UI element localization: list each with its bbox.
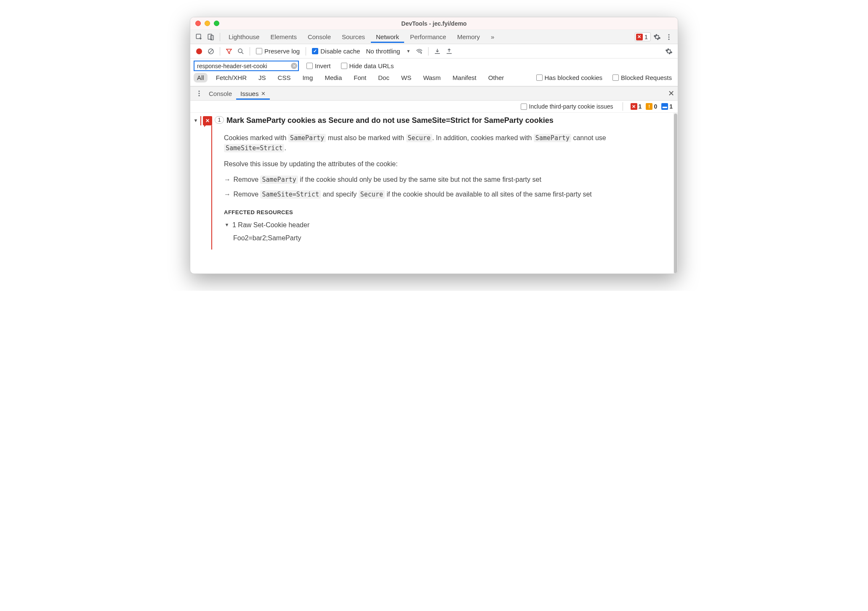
- code-samesite-strict: SameSite=Strict: [260, 190, 320, 199]
- error-count: 1: [644, 33, 648, 40]
- tab-console[interactable]: Console: [303, 31, 336, 43]
- clear-icon[interactable]: [205, 46, 216, 57]
- code-sameparty: SameParty: [288, 134, 326, 142]
- separator: [306, 47, 306, 56]
- type-wasm[interactable]: Wasm: [420, 73, 444, 82]
- record-icon: [196, 48, 202, 54]
- type-font[interactable]: Font: [350, 73, 370, 82]
- issue-info-count[interactable]: ▬1: [660, 103, 674, 110]
- chevron-down-icon[interactable]: ▼: [193, 118, 199, 123]
- tabs-overflow-button[interactable]: »: [486, 31, 499, 43]
- svg-point-14: [199, 93, 200, 94]
- tab-sources[interactable]: Sources: [337, 31, 370, 43]
- raw-set-cookie-label: 1 Raw Set-Cookie header: [232, 220, 309, 230]
- scrollbar-thumb[interactable]: [674, 114, 677, 274]
- invert-label: Invert: [315, 62, 331, 69]
- blocked-requests-label: Blocked Requests: [621, 74, 672, 81]
- type-img[interactable]: Img: [299, 73, 316, 82]
- network-conditions-icon[interactable]: [414, 46, 425, 57]
- svg-point-15: [199, 95, 200, 96]
- preserve-log-label: Preserve log: [264, 48, 300, 55]
- checkbox-icon: [306, 63, 313, 69]
- svg-point-5: [668, 38, 670, 40]
- code-sameparty: SameParty: [260, 175, 298, 184]
- checkbox-icon: [341, 63, 347, 69]
- svg-rect-1: [208, 34, 212, 39]
- type-other[interactable]: Other: [485, 73, 508, 82]
- separator: [428, 47, 429, 56]
- filter-icon[interactable]: [224, 46, 234, 57]
- svg-rect-11: [435, 53, 440, 54]
- svg-line-9: [242, 52, 243, 54]
- code-samesite-strict: SameSite=Strict: [224, 144, 284, 152]
- drawer-close-icon[interactable]: ✕: [668, 89, 674, 98]
- disable-cache-label: Disable cache: [320, 48, 360, 55]
- drawer-tab-issues[interactable]: Issues ✕: [236, 88, 270, 100]
- invert-checkbox[interactable]: Invert: [304, 62, 333, 69]
- chevron-down-icon: ▼: [406, 49, 410, 53]
- separator: [250, 47, 250, 56]
- export-har-icon[interactable]: [444, 46, 455, 57]
- drawer-tab-issues-label: Issues: [240, 90, 258, 97]
- type-css[interactable]: CSS: [274, 73, 294, 82]
- type-doc[interactable]: Doc: [375, 73, 393, 82]
- svg-point-3: [668, 34, 670, 35]
- blocked-requests-checkbox[interactable]: Blocked Requests: [610, 74, 674, 81]
- tab-lighthouse[interactable]: Lighthouse: [224, 31, 264, 43]
- devtools-window: DevTools - jec.fyi/demo Lighthouse Eleme…: [190, 17, 678, 274]
- has-blocked-cookies-checkbox[interactable]: Has blocked cookies: [534, 74, 605, 81]
- checkbox-icon: [612, 74, 619, 81]
- tab-performance[interactable]: Performance: [405, 31, 451, 43]
- tab-memory[interactable]: Memory: [452, 31, 485, 43]
- issue-title[interactable]: Mark SameParty cookies as Secure and do …: [226, 116, 554, 125]
- drawer-tabs: Console Issues ✕ ✕: [190, 86, 678, 101]
- error-icon: ✕: [631, 103, 637, 110]
- throttling-select[interactable]: No throttling ▼: [363, 48, 413, 55]
- close-icon[interactable]: ✕: [261, 90, 266, 97]
- hide-data-urls-checkbox[interactable]: Hide data URLs: [338, 62, 397, 69]
- svg-point-4: [668, 36, 670, 37]
- filter-row: ✕ Invert Hide data URLs All Fetch/XHR JS…: [190, 58, 678, 86]
- scrollbar[interactable]: [674, 113, 678, 274]
- throttling-value: No throttling: [366, 48, 400, 55]
- errors-badge[interactable]: ✕ 1: [635, 32, 651, 41]
- info-icon: ▬: [661, 103, 668, 110]
- filter-input[interactable]: [194, 61, 299, 71]
- issue-count-badge: 1: [215, 116, 224, 124]
- svg-point-13: [199, 90, 200, 92]
- issues-toolbar: Include third-party cookie issues ✕1 !0 …: [190, 101, 678, 113]
- raw-set-cookie-toggle[interactable]: ▼ 1 Raw Set-Cookie header: [224, 220, 663, 230]
- type-fetch-xhr[interactable]: Fetch/XHR: [213, 73, 250, 82]
- network-toolbar: Preserve log Disable cache No throttling…: [190, 44, 678, 58]
- import-har-icon[interactable]: [432, 46, 443, 57]
- drawer-tab-console[interactable]: Console: [205, 88, 236, 100]
- tab-elements[interactable]: Elements: [265, 31, 302, 43]
- drawer-more-icon[interactable]: [194, 88, 205, 99]
- settings-icon[interactable]: [652, 32, 663, 43]
- affected-resources-heading: AFFECTED RESOURCES: [224, 209, 663, 217]
- more-icon[interactable]: [663, 32, 674, 43]
- include-third-party-checkbox[interactable]: Include third-party cookie issues: [518, 103, 616, 110]
- network-settings-icon[interactable]: [663, 46, 674, 57]
- main-tabs-row: Lighthouse Elements Console Sources Netw…: [190, 30, 678, 44]
- record-button[interactable]: [194, 46, 205, 57]
- search-icon[interactable]: [235, 46, 246, 57]
- type-all[interactable]: All: [194, 73, 208, 82]
- disable-cache-checkbox[interactable]: Disable cache: [309, 48, 362, 55]
- clear-filter-icon[interactable]: ✕: [291, 63, 297, 69]
- issues-content: ▼ ✕ 1 Mark SameParty cookies as Secure a…: [190, 113, 678, 274]
- type-manifest[interactable]: Manifest: [449, 73, 480, 82]
- tab-network[interactable]: Network: [371, 31, 404, 43]
- issue-warning-count[interactable]: !0: [645, 103, 658, 110]
- preserve-log-checkbox[interactable]: Preserve log: [253, 48, 302, 55]
- device-toolbar-icon[interactable]: [205, 32, 216, 43]
- issue-error-count[interactable]: ✕1: [630, 103, 643, 110]
- issue-paragraph: Resolve this issue by updating the attri…: [224, 159, 663, 169]
- separator: [220, 47, 220, 56]
- svg-point-8: [238, 49, 242, 53]
- type-media[interactable]: Media: [321, 73, 345, 82]
- type-js[interactable]: JS: [255, 73, 269, 82]
- issue-severity-col: ✕: [200, 116, 212, 125]
- inspect-element-icon[interactable]: [194, 32, 205, 43]
- type-ws[interactable]: WS: [398, 73, 415, 82]
